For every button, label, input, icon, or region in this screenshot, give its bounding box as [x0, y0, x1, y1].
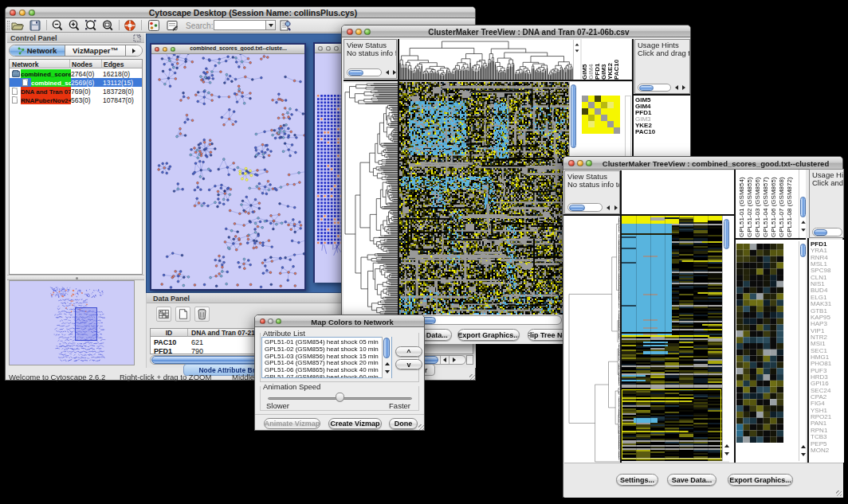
frame-minimize-button[interactable] — [163, 47, 167, 52]
tv2-status-right-arrow[interactable] — [612, 203, 619, 212]
tv2-col-label[interactable]: GPL51-04 (GSM857) — [762, 177, 769, 237]
tv1-row-dendrogram[interactable] — [344, 83, 398, 315]
tv2-col-label[interactable]: GPL51-08 (GSM872) — [786, 177, 793, 237]
tv2-heatmap-selection-rect[interactable] — [622, 389, 721, 459]
search-index-icon[interactable] — [279, 19, 292, 32]
attribute-list-item[interactable]: GPL51-01 (GSM854) heat shock 05 min — [265, 338, 379, 346]
nodes-col-header[interactable]: Nodes — [70, 60, 102, 68]
search-dropdown-button[interactable] — [265, 20, 276, 30]
network-table-row[interactable]: DNA and Tran 07 769(0) 183728(0) — [10, 87, 142, 96]
animate-vizmap-button[interactable]: Animate Vizmap — [264, 418, 320, 429]
zoom-fit-icon[interactable] — [101, 19, 114, 32]
main-window-resize-grip[interactable] — [468, 373, 475, 380]
overview-viewport-rect[interactable] — [75, 307, 97, 341]
open-folder-icon[interactable] — [11, 19, 24, 32]
vizmapper-icon[interactable] — [147, 19, 160, 32]
tv2-zoom-button[interactable] — [586, 160, 592, 166]
tv2-heatmap-scroll-down[interactable] — [724, 452, 729, 455]
toolbar-drag-handle[interactable] — [7, 21, 10, 30]
save-icon[interactable] — [29, 19, 41, 32]
close-button[interactable] — [10, 10, 16, 16]
delete-attribute-trash-icon[interactable] — [194, 307, 210, 322]
attribute-list[interactable]: GPL51-01 (GSM854) heat shock 05 minGPL51… — [261, 337, 392, 378]
help-lifering-icon[interactable] — [124, 19, 136, 32]
done-button[interactable]: Done — [389, 418, 418, 429]
network-table-row[interactable]: RNAPuberNov2+R 563(0) 107847(0) — [10, 96, 142, 104]
attribute-list-item[interactable]: GPL51-07 (GSM868) heat shock 60 min — [265, 373, 379, 378]
attribute-list-item[interactable]: GPL51-02 (GSM855) heat shock 10 min — [265, 346, 379, 353]
control-panel-divider[interactable] — [7, 275, 144, 280]
create-vizmap-button[interactable]: Create Vizmap — [328, 418, 382, 429]
tv2-heatmap-vscrollbar[interactable] — [722, 216, 729, 461]
tv1-minimize-button[interactable] — [355, 29, 362, 35]
zoom-out-icon[interactable] — [51, 19, 64, 32]
attribute-list-scroll-thumb[interactable] — [383, 338, 390, 358]
tv2-save-data-button[interactable]: Save Data... — [667, 474, 716, 486]
tv2-heatmap-scroll-up[interactable] — [724, 444, 729, 447]
tv1-export-graphics-button[interactable]: Export Graphics... — [457, 329, 520, 341]
tv1-status-right-arrow[interactable] — [391, 68, 397, 76]
attribute-table-icon[interactable] — [156, 307, 171, 322]
tv1-col-scroll-down-icon[interactable] — [575, 49, 579, 52]
tv2-labels-scroll-up[interactable] — [801, 221, 805, 224]
tv2-labels-vscroll-thumb[interactable] — [800, 197, 806, 217]
dialog-minimize-button[interactable] — [268, 318, 273, 324]
dialog-resize-grip[interactable] — [417, 423, 424, 430]
tv2-minimize-button[interactable] — [577, 160, 583, 166]
attribute-list-vscrollbar[interactable] — [382, 337, 391, 378]
tv2-heatmap-vscroll-thumb[interactable] — [724, 219, 729, 249]
tab-network[interactable]: Network — [10, 45, 65, 56]
animation-speed-slider-thumb[interactable] — [336, 393, 344, 402]
tv2-hints-scrollbar[interactable] — [812, 228, 842, 236]
tv1-status-scrollbar[interactable] — [347, 68, 382, 76]
tv2-zoom-scroll-up[interactable] — [801, 445, 806, 448]
tab-vizmapper[interactable]: VizMapper™ — [65, 45, 126, 56]
attribute-list-scroll-down[interactable] — [385, 370, 390, 373]
network-table-row[interactable]: combined_sco 2569(6) 13112(15) — [10, 78, 142, 87]
tv1-col-label[interactable]: PAC10 — [613, 60, 620, 80]
tv2-zoom-heatmap[interactable] — [736, 244, 783, 443]
attribute-list-item[interactable]: GPL51-06 (GSM865) heat shock 40 min — [265, 366, 379, 373]
tv1-zoom-matrix[interactable] — [582, 96, 620, 134]
tv1-hints-scrollbar[interactable] — [638, 84, 671, 92]
tv1-close-button[interactable] — [347, 29, 353, 35]
edges-col-header[interactable]: Edges — [102, 60, 143, 68]
float-panel-icon[interactable] — [133, 34, 141, 42]
main-window-titlebar[interactable]: Cytoscape Desktop (Session Name: collins… — [6, 7, 475, 18]
tv1-status-scroll-thumb[interactable] — [348, 70, 363, 76]
tv2-zoom-vscroll-thumb[interactable] — [800, 244, 806, 257]
tv2-status-scroll-thumb[interactable] — [569, 205, 585, 211]
tv2-close-button[interactable] — [568, 160, 575, 166]
tv1-row-label[interactable]: PAC10 — [635, 128, 655, 135]
network-col-header[interactable]: Network — [10, 60, 70, 68]
id-column-header[interactable]: ID — [151, 329, 188, 337]
zoom-selected-icon[interactable] — [84, 19, 97, 32]
frame2-close-button[interactable] — [318, 46, 323, 51]
tv2-hints-scroll-thumb[interactable] — [814, 229, 827, 236]
scroll-left-arrow[interactable] — [440, 356, 449, 364]
zoom-button[interactable] — [29, 10, 35, 16]
scroll-right-arrow[interactable] — [449, 356, 458, 364]
new-attribute-icon[interactable] — [175, 307, 190, 322]
network-table-row[interactable]: combined_scores_ 2764(0) 16218(0) — [10, 69, 142, 78]
dialog-titlebar[interactable]: Map Colors to Network — [255, 315, 424, 327]
move-down-button[interactable]: v — [395, 359, 422, 369]
tv1-col-dendrogram[interactable] — [399, 40, 573, 80]
tv2-titlebar[interactable]: ClusterMaker TreeView : combined_scores_… — [563, 157, 842, 170]
tab-overflow-button[interactable] — [126, 45, 142, 56]
tv1-hints-scroll-thumb[interactable] — [639, 85, 654, 91]
tv1-titlebar[interactable]: ClusterMaker TreeView : DNA and Tran 07-… — [342, 25, 690, 37]
tv2-export-graphics-button[interactable]: Export Graphics... — [728, 474, 793, 486]
tv2-labels-vscrollbar[interactable] — [799, 170, 806, 238]
tv1-zoom-button[interactable] — [364, 29, 371, 35]
tv2-status-scrollbar[interactable] — [567, 203, 603, 212]
tv2-col-label[interactable]: GPL51-01 (GSM854) — [738, 177, 745, 237]
dialog-zoom-button[interactable] — [276, 318, 281, 324]
tv2-resize-grip[interactable] — [834, 489, 842, 496]
tv2-row-dendrogram[interactable] — [564, 216, 620, 463]
annotation-icon[interactable] — [166, 19, 179, 32]
attribute-list-scroll-up[interactable] — [385, 362, 390, 365]
dialog-close-button[interactable] — [260, 318, 265, 324]
tv1-status-left-arrow[interactable] — [383, 68, 391, 76]
tv1-heatmap[interactable] — [399, 82, 569, 315]
